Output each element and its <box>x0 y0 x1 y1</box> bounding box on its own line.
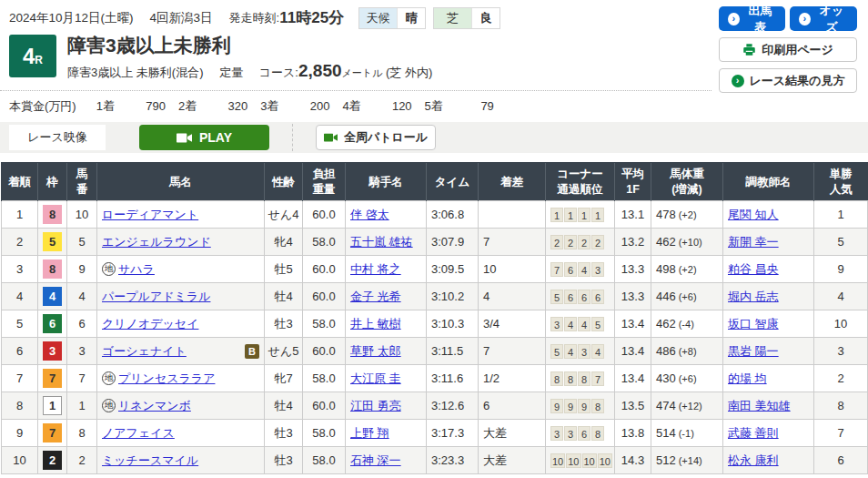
finish-position: 7 <box>2 365 38 392</box>
sex-age: 牡3 <box>265 420 303 447</box>
corner-position-box: 9 <box>564 399 577 413</box>
horse-name-link[interactable]: サハラ <box>118 261 155 278</box>
win-popularity: 4 <box>814 283 868 310</box>
jockey-link[interactable]: 石神 深一 <box>350 453 401 467</box>
course-distance: 2,850 <box>298 61 342 80</box>
horse-number: 1 <box>67 392 97 420</box>
jockey-link[interactable]: 金子 光希 <box>350 290 401 303</box>
horse-weight-change: (+6) <box>679 373 697 384</box>
race-number: 4 <box>23 44 35 69</box>
results-guide-button[interactable]: › レース結果の見方 <box>719 68 857 93</box>
win-popularity: 7 <box>814 420 868 447</box>
jockey-link[interactable]: 草野 太郎 <box>350 344 401 358</box>
corner-position-box: 5 <box>550 344 563 359</box>
horse-name-link[interactable]: エンジェルラウンド <box>102 234 211 250</box>
table-row: 10 2 2 ミッチースマイル 牡3 58.0 石神 深一 3:23.3 大差 … <box>2 447 868 474</box>
corner-positions: 5434 <box>546 338 615 365</box>
print-page-button[interactable]: 印刷用ページ <box>719 37 857 62</box>
carried-weight: 58.0 <box>303 229 346 256</box>
header-row: 着順枠馬 番馬名性齢負担 重量騎手名タイム着差コーナー 通過順位平均 1F馬体重… <box>2 163 868 201</box>
corner-position-box: 3 <box>550 317 563 331</box>
corner-position-box: 8 <box>578 371 590 386</box>
patrol-video-button[interactable]: 全周パトロール <box>316 125 436 150</box>
win-popularity: 6 <box>814 447 868 474</box>
corner-position-box: 10 <box>582 453 597 468</box>
horse-name-link[interactable]: プリンセスララア <box>118 371 215 387</box>
horse-number: 8 <box>67 420 97 447</box>
weather-badge: 天候 晴 <box>358 7 426 29</box>
margin: 4 <box>479 283 546 310</box>
prize-item: 5着79 <box>425 98 494 115</box>
finish-position: 8 <box>2 392 38 420</box>
average-1f: 13.4 <box>615 365 651 392</box>
average-1f: 13.3 <box>615 283 651 310</box>
carried-weight: 60.0 <box>303 201 346 229</box>
trainer-link[interactable]: 黒岩 陽一 <box>728 344 779 358</box>
trainer-cell: 新開 幸一 <box>723 229 814 256</box>
trainer-link[interactable]: 的場 均 <box>728 371 767 385</box>
race-number-badge: 4R <box>9 35 56 77</box>
column-header: 馬名 <box>97 163 265 201</box>
horse-name-link[interactable]: ノアフェイス <box>102 425 175 442</box>
column-header: 着順 <box>2 163 38 201</box>
jockey-cell: 草野 太郎 <box>346 338 427 365</box>
corner-positions: 5666 <box>546 283 615 310</box>
jockey-link[interactable]: 五十嵐 雄祐 <box>350 235 413 249</box>
trainer-link[interactable]: 武藤 善則 <box>728 426 779 440</box>
horse-weight: 446 <box>656 290 676 303</box>
jockey-link[interactable]: 大江原 圭 <box>350 371 401 385</box>
jockey-link[interactable]: 中村 将之 <box>350 262 401 276</box>
column-header: タイム <box>427 163 479 201</box>
corner-positions: 7643 <box>546 256 615 283</box>
trainer-link[interactable]: 新開 幸一 <box>728 235 779 249</box>
horse-name-link[interactable]: ミッチースマイル <box>102 453 198 469</box>
entries-button[interactable]: › 出馬表 <box>719 6 785 31</box>
column-header: 馬体重 (増減) <box>651 163 723 201</box>
carried-weight: 60.0 <box>303 256 346 283</box>
horse-weight: 474 <box>656 399 676 412</box>
finish-time: 3:07.9 <box>427 229 479 256</box>
trainer-cell: 尾関 知人 <box>723 201 814 229</box>
sex-age: 牡4 <box>265 283 303 310</box>
trainer-link[interactable]: 粕谷 昌央 <box>728 262 779 276</box>
play-button[interactable]: PLAY <box>139 125 269 150</box>
corner-position-box: 9 <box>550 399 563 413</box>
jockey-link[interactable]: 江田 勇亮 <box>350 399 401 412</box>
column-header: 負担 重量 <box>303 163 346 201</box>
finish-time: 3:23.3 <box>427 447 479 474</box>
horse-name-link[interactable]: クリノオデッセイ <box>102 316 198 332</box>
horse-name-link[interactable]: ゴーシェナイト <box>102 343 187 360</box>
trainer-link[interactable]: 坂口 智康 <box>728 317 779 331</box>
sex-age: 牝4 <box>265 229 303 256</box>
horse-weight: 498 <box>656 262 676 276</box>
horse-weight-change: (+8) <box>679 346 697 357</box>
column-header: 騎手名 <box>346 163 427 201</box>
jockey-link[interactable]: 伴 啓太 <box>350 208 389 221</box>
trainer-link[interactable]: 堀内 岳志 <box>728 290 779 303</box>
odds-button[interactable]: › オッズ <box>790 6 857 31</box>
horse-weight: 514 <box>656 426 676 440</box>
horse-name-link[interactable]: パープルアドミラル <box>102 289 210 305</box>
horse-weight-cell: 498(+2) <box>651 256 723 283</box>
horse-name-cell: ミッチースマイル <box>97 447 265 474</box>
horse-name-cell: パープルアドミラル <box>97 283 265 310</box>
horse-weight: 462 <box>656 235 676 249</box>
frame-number-badge: 2 <box>43 451 62 470</box>
jockey-cell: 金子 光希 <box>346 283 427 310</box>
margin: 大差 <box>479 447 546 474</box>
trainer-link[interactable]: 尾関 知人 <box>728 208 779 221</box>
horse-weight-cell: 512(+14) <box>651 447 723 474</box>
results-table: 着順枠馬 番馬名性齢負担 重量騎手名タイム着差コーナー 通過順位平均 1F馬体重… <box>1 162 868 474</box>
finish-time: 3:10.2 <box>427 283 479 310</box>
horse-weight-change: (+2) <box>679 264 697 275</box>
trainer-link[interactable]: 松永 康利 <box>728 453 779 467</box>
video-bar: レース映像 PLAY 全周パトロール <box>0 122 868 153</box>
arrow-circle-icon: › <box>732 75 744 87</box>
jockey-link[interactable]: 井上 敏樹 <box>350 317 401 331</box>
horse-name-link[interactable]: ローディアマント <box>102 207 198 223</box>
jockey-link[interactable]: 上野 翔 <box>350 426 389 440</box>
trainer-link[interactable]: 南田 美知雄 <box>728 399 791 412</box>
jockey-cell: 伴 啓太 <box>346 201 427 229</box>
weight-rule: 定量 <box>219 66 243 79</box>
horse-name-link[interactable]: リネンマンボ <box>118 398 191 414</box>
